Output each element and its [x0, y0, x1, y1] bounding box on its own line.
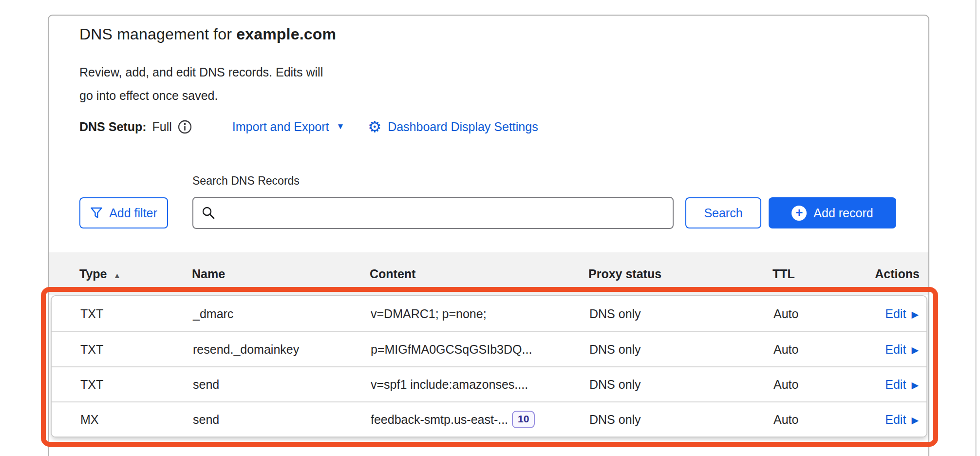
- edit-label: Edit: [885, 342, 906, 357]
- mx-priority-badge: 10: [512, 411, 535, 428]
- edit-label: Edit: [885, 307, 906, 321]
- gear-icon: ⚙: [368, 119, 381, 134]
- info-icon[interactable]: [177, 119, 192, 134]
- edit-label: Edit: [885, 378, 906, 392]
- cell-content: p=MIGfMA0GCSqGSIb3DQ...: [371, 342, 532, 357]
- edit-record-link[interactable]: Edit ▶: [873, 342, 919, 357]
- cell-proxy-status: DNS only: [589, 413, 773, 427]
- search-input[interactable]: [192, 197, 674, 229]
- window-edge-line: [975, 0, 977, 456]
- cell-content: v=spf1 include:amazonses....: [371, 378, 528, 392]
- cell-content: v=DMARC1; p=none;: [371, 307, 487, 321]
- edit-label: Edit: [885, 413, 906, 427]
- cell-proxy-status: DNS only: [589, 378, 773, 392]
- sort-ascending-icon: ▲: [113, 271, 121, 280]
- dashboard-display-settings-label: Dashboard Display Settings: [388, 120, 538, 134]
- table-row[interactable]: TXT send v=spf1 include:amazonses.... DN…: [52, 366, 926, 401]
- cell-type: TXT: [80, 378, 193, 392]
- add-filter-label: Add filter: [109, 206, 157, 220]
- import-export-label: Import and Export: [232, 120, 329, 134]
- filter-funnel-icon: [90, 207, 103, 219]
- page-description: Review, add, and edit DNS records. Edits…: [79, 60, 323, 107]
- cell-ttl: Auto: [773, 342, 873, 357]
- column-header-ttl[interactable]: TTL: [773, 267, 872, 281]
- table-header-row: Type▲ Name Content Proxy status TTL Acti…: [49, 252, 928, 295]
- column-header-content[interactable]: Content: [370, 267, 588, 281]
- add-record-label: Add record: [813, 206, 873, 220]
- plus-icon: +: [792, 206, 807, 221]
- chevron-right-icon: ▶: [911, 309, 919, 319]
- cell-content: feedback-smtp.us-east-...: [371, 413, 508, 427]
- search-button[interactable]: Search: [685, 197, 761, 228]
- add-filter-button[interactable]: Add filter: [79, 197, 168, 228]
- search-button-label: Search: [704, 206, 742, 220]
- cell-type: MX: [80, 413, 193, 427]
- cell-ttl: Auto: [773, 378, 873, 392]
- page-title: DNS management for example.com: [79, 25, 336, 43]
- dns-setup-label: DNS Setup:: [79, 120, 147, 134]
- cell-ttl: Auto: [773, 413, 873, 427]
- cell-type: TXT: [80, 307, 193, 321]
- dns-setup-row: DNS Setup: Full Import and Export ▼ ⚙ Da…: [79, 116, 538, 137]
- column-header-name[interactable]: Name: [192, 267, 370, 281]
- table-row[interactable]: MX send feedback-smtp.us-east-... 10 DNS…: [52, 401, 926, 437]
- edit-record-link[interactable]: Edit ▶: [873, 378, 919, 392]
- column-header-type[interactable]: Type▲: [79, 267, 192, 281]
- cell-proxy-status: DNS only: [589, 342, 773, 357]
- dashboard-display-settings-link[interactable]: ⚙ Dashboard Display Settings: [368, 119, 538, 134]
- chevron-right-icon: ▶: [911, 344, 919, 355]
- dns-management-page: DNS management for example.com Review, a…: [0, 0, 980, 456]
- chevron-right-icon: ▶: [911, 380, 919, 390]
- table-row[interactable]: TXT _dmarc v=DMARC1; p=none; DNS only Au…: [52, 296, 926, 331]
- add-record-button[interactable]: + Add record: [769, 197, 896, 228]
- cell-name: send: [193, 378, 371, 392]
- chevron-right-icon: ▶: [911, 415, 919, 425]
- cell-name: resend._domainkey: [193, 342, 371, 357]
- cell-name: _dmarc: [193, 307, 371, 321]
- cell-name: send: [193, 413, 371, 427]
- table-row[interactable]: TXT resend._domainkey p=MIGfMA0GCSqGSIb3…: [52, 331, 926, 366]
- dns-records-table: TXT _dmarc v=DMARC1; p=none; DNS only Au…: [51, 295, 927, 437]
- import-export-link[interactable]: Import and Export ▼: [232, 120, 345, 134]
- edit-record-link[interactable]: Edit ▶: [873, 307, 919, 321]
- cell-proxy-status: DNS only: [589, 307, 773, 321]
- page-description-line2: go into effect once saved.: [79, 84, 323, 107]
- search-input-wrap: [192, 197, 674, 229]
- dns-setup-value: Full: [152, 120, 172, 134]
- chevron-down-icon: ▼: [337, 122, 345, 132]
- cell-type: TXT: [80, 342, 193, 357]
- cell-ttl: Auto: [773, 307, 873, 321]
- column-header-actions: Actions: [872, 267, 920, 281]
- edit-record-link[interactable]: Edit ▶: [873, 413, 919, 427]
- search-field-label: Search DNS Records: [192, 174, 300, 188]
- page-title-prefix: DNS management for: [79, 25, 236, 43]
- page-description-line1: Review, add, and edit DNS records. Edits…: [79, 60, 323, 84]
- column-header-proxy-status[interactable]: Proxy status: [588, 267, 773, 281]
- page-title-domain: example.com: [236, 25, 336, 43]
